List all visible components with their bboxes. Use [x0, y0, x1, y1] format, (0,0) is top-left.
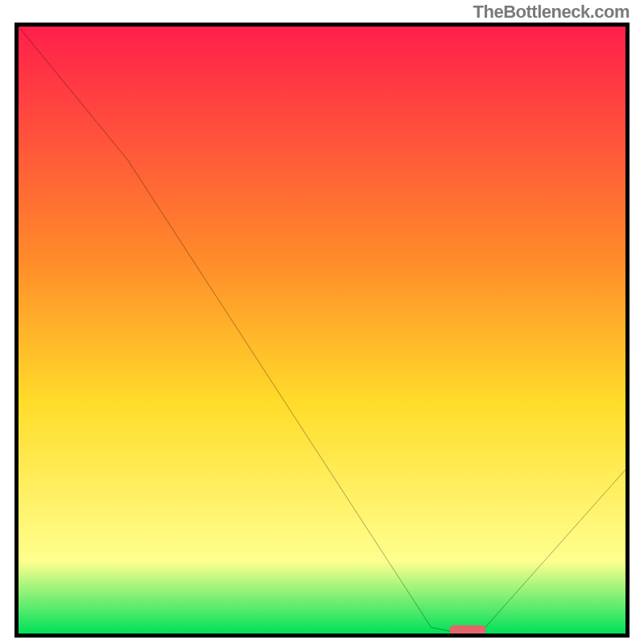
- optimal-range-marker: [449, 625, 485, 634]
- watermark-text: TheBottleneck.com: [473, 2, 630, 23]
- chart-svg: [19, 27, 625, 634]
- gradient-background: [19, 27, 625, 634]
- chart-frame: [14, 23, 630, 638]
